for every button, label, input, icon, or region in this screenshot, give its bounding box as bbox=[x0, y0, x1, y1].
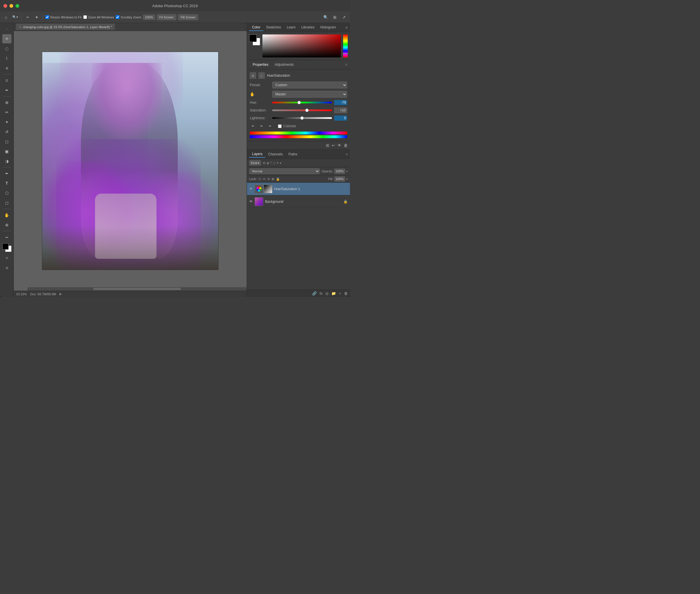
share-icon[interactable]: ↗ bbox=[340, 13, 348, 21]
saturation-value-input[interactable] bbox=[334, 107, 347, 113]
add-style-icon[interactable]: fx bbox=[320, 291, 322, 296]
filter-pixel-icon[interactable]: ⊞ bbox=[263, 161, 265, 165]
quick-mask-icon[interactable]: ⊡ bbox=[2, 253, 11, 263]
stamp-tool[interactable]: ✦ bbox=[2, 118, 11, 127]
filter-adjustment-icon[interactable]: ◑ bbox=[266, 161, 269, 165]
lock-all-icon[interactable]: 🔒 bbox=[276, 177, 280, 181]
create-layer-icon[interactable]: + bbox=[339, 291, 341, 296]
scrubby-zoom-checkbox[interactable] bbox=[116, 15, 119, 19]
saturation-slider[interactable] bbox=[272, 109, 332, 111]
hue-slider-thumb[interactable] bbox=[298, 101, 301, 104]
props-menu-icon[interactable]: ≡ bbox=[345, 63, 347, 67]
panel-menu-icon[interactable]: ≡ bbox=[345, 25, 348, 30]
history-brush-tool[interactable]: ↺ bbox=[2, 127, 11, 136]
tab-close-icon[interactable]: ✕ bbox=[19, 26, 21, 29]
layer-item[interactable]: 👁 Background 🔒 bbox=[247, 195, 350, 208]
lasso-tool[interactable]: ⌇ bbox=[2, 54, 11, 63]
hue-value-input[interactable] bbox=[334, 100, 347, 105]
opacity-input[interactable] bbox=[334, 169, 345, 174]
resize-windows-label[interactable]: Resize Windows to Fit bbox=[45, 15, 81, 19]
colorize-label[interactable]: Colorize bbox=[278, 124, 296, 128]
create-group-icon[interactable]: 📁 bbox=[331, 291, 336, 296]
shape-tool[interactable]: ◻ bbox=[2, 198, 11, 207]
zoom-all-windows-label[interactable]: Zoom All Windows bbox=[83, 15, 114, 19]
eraser-tool[interactable]: ◻ bbox=[2, 137, 11, 146]
fit-screen-button[interactable]: Fit Screen bbox=[157, 14, 176, 20]
layer-item[interactable]: 👁 Hue/Saturation 1 bbox=[247, 183, 350, 195]
fill-screen-button[interactable]: Fill Screen bbox=[178, 14, 198, 20]
brush-tool[interactable]: ✏ bbox=[2, 108, 11, 117]
opacity-dropdown-icon[interactable]: ▾ bbox=[346, 170, 348, 173]
layers-menu-icon[interactable]: ≡ bbox=[346, 152, 348, 156]
lightness-slider-thumb[interactable] bbox=[300, 116, 304, 120]
colorize-checkbox[interactable] bbox=[278, 124, 282, 128]
filter-selected-icon[interactable]: ● bbox=[280, 161, 282, 165]
tab-channels[interactable]: Channels bbox=[265, 151, 286, 157]
document-tab[interactable]: ✕ changing-color.jpg @ 33.3% (Hue/Satura… bbox=[16, 24, 115, 30]
path-select-tool[interactable]: ⬡ bbox=[2, 189, 11, 198]
lightness-slider[interactable] bbox=[272, 117, 332, 119]
canvas-viewport[interactable] bbox=[14, 31, 247, 291]
minimize-button[interactable] bbox=[9, 4, 13, 8]
screen-mode-icon[interactable]: ⊟ bbox=[2, 263, 11, 272]
kind-dropdown[interactable]: Kind ▾ bbox=[249, 160, 261, 165]
move-tool[interactable]: ✛ bbox=[2, 34, 11, 43]
tab-layers[interactable]: Layers bbox=[249, 151, 265, 158]
zoom-all-windows-checkbox[interactable] bbox=[83, 15, 87, 19]
eyedropper-remove-icon[interactable]: ✒ bbox=[267, 123, 273, 129]
tab-libraries[interactable]: Libraries bbox=[298, 24, 317, 31]
hand-tool[interactable]: ✋ bbox=[2, 210, 11, 220]
crop-tool[interactable]: ⊡ bbox=[2, 76, 11, 85]
blend-mode-dropdown[interactable]: Normal bbox=[249, 168, 320, 174]
selection-tool[interactable]: ◯ bbox=[2, 44, 11, 53]
canvas-image[interactable] bbox=[42, 52, 218, 270]
filter-smart-icon[interactable]: ✦ bbox=[276, 161, 279, 165]
eyedropper-tool[interactable]: ✒ bbox=[2, 86, 11, 95]
pen-tool[interactable]: ✒ bbox=[2, 169, 11, 178]
zoom-in-icon[interactable]: + bbox=[33, 13, 40, 21]
foreground-color-swatch[interactable] bbox=[2, 243, 9, 250]
dodge-tool[interactable]: ◑ bbox=[2, 157, 11, 166]
tab-paths[interactable]: Paths bbox=[286, 151, 300, 157]
scroll-arrow[interactable]: ▶ bbox=[60, 292, 62, 296]
canvas-scrollbar-thumb[interactable] bbox=[93, 288, 181, 290]
tab-histogram[interactable]: Histogram bbox=[317, 24, 339, 31]
close-button[interactable] bbox=[3, 4, 7, 8]
collapse-tools-icon[interactable]: ⋯ bbox=[2, 25, 11, 34]
channel-dropdown[interactable]: Master bbox=[272, 91, 347, 98]
color-gradient-picker[interactable] bbox=[262, 34, 341, 58]
filter-type-icon[interactable]: T bbox=[270, 161, 272, 165]
foreground-background-colors[interactable] bbox=[2, 243, 11, 252]
gradient-tool[interactable]: ▣ bbox=[2, 147, 11, 156]
clip-to-layer-icon[interactable]: ⊞ bbox=[326, 143, 329, 147]
zoom-out-icon[interactable]: − bbox=[24, 13, 31, 21]
visibility-icon[interactable]: 👁 bbox=[337, 143, 341, 147]
fill-input[interactable] bbox=[334, 176, 345, 182]
extra-tools-icon[interactable]: ••• bbox=[2, 233, 11, 242]
workspace-icon[interactable]: ⊞ bbox=[331, 13, 339, 21]
quick-select-tool[interactable]: ⊞ bbox=[2, 64, 11, 73]
lock-pixels-icon[interactable]: ✏ bbox=[263, 177, 266, 181]
foreground-color-picker[interactable] bbox=[249, 34, 257, 42]
fg-bg-swatches[interactable] bbox=[249, 34, 260, 45]
tab-learn[interactable]: Learn bbox=[284, 24, 299, 31]
home-icon[interactable]: ⌂ bbox=[2, 13, 10, 21]
zoom-tool-icon[interactable]: 🔍▾ bbox=[11, 13, 19, 21]
lock-transparency-icon[interactable]: ⬡ bbox=[258, 177, 261, 181]
zoom-tool[interactable]: ⊕ bbox=[2, 220, 11, 230]
tab-swatches[interactable]: Swatches bbox=[263, 24, 284, 31]
preset-dropdown[interactable]: Custom bbox=[272, 81, 347, 89]
resize-windows-checkbox[interactable] bbox=[45, 15, 49, 19]
canvas-scrollbar-horizontal[interactable] bbox=[28, 287, 247, 291]
previous-state-icon[interactable]: ↩ bbox=[331, 143, 335, 147]
lock-position-icon[interactable]: ✛ bbox=[267, 177, 270, 181]
eyedropper-add-icon[interactable]: ✒ bbox=[250, 123, 256, 129]
hue-slider[interactable] bbox=[272, 102, 332, 103]
healing-brush-tool[interactable]: ⊕ bbox=[2, 98, 11, 107]
text-tool[interactable]: T bbox=[2, 179, 11, 188]
tab-adjustments[interactable]: Adjustments bbox=[272, 62, 296, 67]
lightness-value-input[interactable] bbox=[334, 116, 347, 121]
saturation-slider-thumb[interactable] bbox=[305, 108, 309, 112]
filter-shape-icon[interactable]: ◻ bbox=[273, 161, 275, 165]
hand-icon[interactable]: ✋ bbox=[250, 92, 270, 97]
